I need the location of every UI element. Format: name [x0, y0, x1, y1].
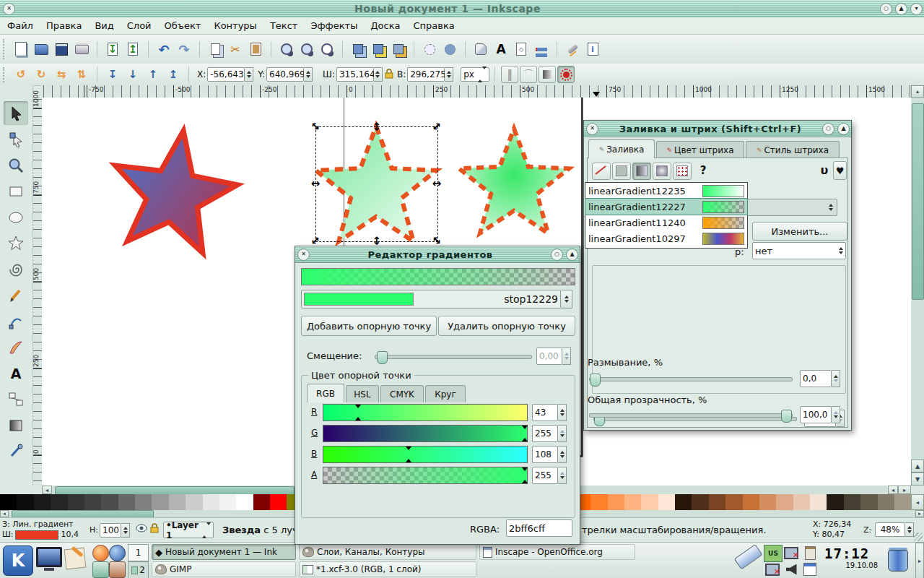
node-editor-tool-icon[interactable] [4, 127, 28, 151]
maximize-icon[interactable]: ▲ [566, 249, 578, 261]
text-icon[interactable]: A [492, 40, 510, 59]
width-spinner[interactable] [374, 67, 383, 82]
menu-layer[interactable]: Слой [127, 20, 152, 31]
palette-swatch[interactable] [624, 494, 641, 510]
scale-handle-e-icon[interactable]: ↔ [432, 178, 442, 189]
palette-scroll-back-icon[interactable]: ◂ [0, 510, 9, 517]
delete-stop-button[interactable]: Удалить опорную точку [438, 316, 575, 336]
unlink-clone-icon[interactable] [389, 40, 408, 59]
task-inkscape[interactable]: ◆Новый документ 1 — Ink [152, 544, 296, 560]
preferences-icon[interactable] [563, 40, 582, 59]
gradient-tool-icon[interactable] [4, 413, 28, 437]
palette-swatch[interactable] [152, 494, 168, 510]
rectangle-tool-icon[interactable] [4, 179, 28, 203]
menu-effects[interactable]: Эффекты [310, 20, 357, 31]
menu-edit[interactable]: Правка [46, 20, 82, 31]
palette-swatch[interactable] [270, 494, 287, 510]
menu-file[interactable]: Файл [7, 20, 33, 31]
channel-r-input[interactable]: 43 [532, 404, 558, 421]
view-icon[interactable]: ◇ [512, 40, 531, 59]
palette-swatch[interactable] [860, 494, 877, 510]
gradient-editor-titlebar[interactable]: ✕ Редактор градиентов ○ ▲ [295, 246, 580, 263]
tab-fill[interactable]: ✎Заливка [588, 139, 655, 158]
gradient-list-item[interactable]: linearGradient11240 [585, 215, 747, 230]
edit-gradient-button[interactable]: Изменить... [752, 222, 847, 241]
palette-swatch[interactable] [135, 494, 152, 510]
linear-gradient-button[interactable] [632, 163, 651, 180]
offset-spinner[interactable] [562, 348, 571, 365]
gradient-list-item-selected[interactable]: linearGradient12227 [585, 199, 747, 215]
ruler-vertical[interactable]: 10007505002500 [32, 98, 43, 486]
favorite-icon[interactable]: ♥ [833, 161, 847, 180]
connector-tool-icon[interactable] [4, 387, 28, 411]
master-opacity-input[interactable]: 100,0 [800, 406, 832, 423]
menu-help[interactable]: Справка [413, 20, 454, 31]
channel-g-spinner[interactable] [558, 425, 567, 442]
k-menu-icon[interactable]: K [3, 545, 33, 576]
stop-spinner[interactable] [561, 290, 572, 309]
selector-tool-icon[interactable] [4, 101, 28, 125]
palette-scroll-left-icon[interactable]: ◂ [911, 494, 924, 510]
lower-to-bottom-icon[interactable]: ↧ [103, 65, 122, 84]
palette-swatch[interactable] [810, 494, 827, 510]
desktop-1-button[interactable]: 1 [128, 544, 149, 561]
task-gimp-image[interactable]: *1.xcf-3.0 (RGB, 1 слой) [299, 561, 476, 577]
star-tool-icon[interactable] [4, 231, 28, 255]
maximize-icon[interactable]: ▲ [895, 3, 907, 15]
trash-icon[interactable] [884, 545, 912, 576]
select-edit-icon[interactable] [420, 40, 439, 59]
usb-device-icon[interactable] [728, 547, 761, 574]
scroll-down-icon[interactable]: ▼ [911, 473, 924, 486]
palette-swatch[interactable] [51, 494, 67, 510]
x-input[interactable]: -56,643 [207, 67, 245, 82]
rotate-cw-icon[interactable]: ↻ [32, 65, 51, 84]
close-icon[interactable]: ✕ [586, 123, 598, 135]
layer-select[interactable]: •Layer 1 [163, 522, 214, 538]
channel-a-slider[interactable] [323, 467, 528, 484]
master-opacity-slider[interactable] [589, 413, 793, 418]
paste-icon[interactable] [246, 40, 265, 59]
task-gimp-dialog[interactable]: Слои, Каналы, Контуры [299, 544, 476, 560]
channel-r-slider[interactable] [323, 404, 528, 421]
palette-swatch[interactable] [203, 494, 219, 510]
shade-icon[interactable]: ○ [551, 249, 563, 261]
fill-stroke-icon[interactable] [471, 40, 490, 59]
palette-swatch[interactable] [743, 494, 759, 510]
scroll-left-icon[interactable]: ◂ [42, 486, 52, 494]
selection-box[interactable] [315, 126, 438, 242]
raise-to-top-icon[interactable]: ↥ [164, 65, 183, 84]
toolbar-grip[interactable] [3, 39, 6, 59]
show-desktop-icon[interactable] [36, 547, 62, 573]
new-document-icon[interactable] [12, 40, 30, 59]
master-opacity-handle[interactable] [781, 410, 792, 423]
palette-swatch[interactable] [118, 494, 135, 510]
import-icon[interactable]: ↧ [103, 40, 122, 59]
channel-a-input[interactable]: 255 [532, 467, 558, 484]
palette-swatch[interactable] [0, 494, 17, 510]
blur-section-slider[interactable] [589, 377, 793, 381]
scale-handle-s-icon[interactable]: ↔ [371, 236, 382, 246]
flip-horizontal-icon[interactable]: ⇆ [52, 65, 71, 84]
palette-swatch[interactable] [692, 494, 708, 510]
add-stop-button[interactable]: Добавить опорную точку [301, 316, 437, 336]
flip-vertical-icon[interactable]: ⇅ [72, 65, 91, 84]
gradient-list-item[interactable]: linearGradient10297 [585, 230, 747, 246]
calligraphy-tool-icon[interactable] [4, 335, 28, 359]
unknown-paint-button[interactable]: ? [694, 163, 712, 178]
palette-swatch[interactable] [68, 494, 84, 510]
units-select[interactable]: px [461, 67, 489, 82]
tab-hsl[interactable]: HSL [346, 385, 379, 402]
menu-object[interactable]: Объект [165, 20, 201, 31]
zoom-selection-icon[interactable] [277, 40, 296, 59]
lock-icon[interactable] [385, 69, 393, 81]
pen-tool-icon[interactable] [4, 309, 28, 333]
volume-icon[interactable] [783, 561, 800, 577]
no-paint-button[interactable] [592, 163, 611, 180]
align-icon[interactable] [532, 40, 551, 59]
palette-swatch[interactable] [709, 494, 725, 510]
offset-input[interactable]: 0,00 [536, 348, 562, 365]
pencil-tool-icon[interactable] [4, 283, 28, 307]
maximize-icon[interactable]: ▲ [837, 123, 850, 135]
channel-b-slider[interactable] [323, 446, 528, 463]
channel-a-spinner[interactable] [558, 467, 567, 484]
